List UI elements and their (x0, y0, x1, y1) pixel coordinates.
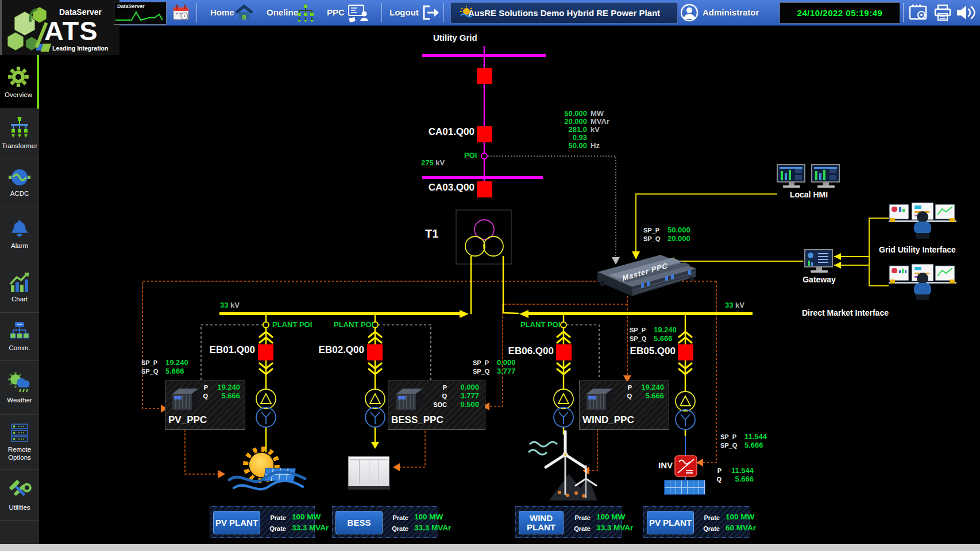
bess-sp-p: 0.000 (497, 359, 516, 367)
chart-icon (8, 271, 31, 293)
dataserver-trend-widget[interactable]: DataServer (114, 2, 167, 25)
gear-icon (6, 65, 30, 89)
user-name: Administrator (703, 7, 759, 17)
print-icon[interactable] (933, 4, 952, 21)
poi-node[interactable] (481, 153, 487, 159)
inv-measurements: P11.544 Q5.666 (704, 467, 754, 484)
pv-ppc-panel[interactable]: P19.240 Q5.666 PV_PPC (165, 381, 245, 430)
screenshot-icon[interactable] (909, 4, 928, 21)
breaker-eb01[interactable] (258, 344, 273, 360)
hv-voltage-label: 275 kV (421, 158, 445, 167)
eb05-label: EB05.Q00 (624, 346, 676, 357)
circuit-breakers[interactable] (258, 68, 693, 360)
plant-button-label: PV PLANT (649, 518, 692, 527)
logout-label[interactable]: Logout (389, 7, 419, 17)
bess-button[interactable]: BESS (335, 511, 383, 534)
qrate-label: Qrate (697, 523, 720, 534)
sun-logo-icon (459, 6, 474, 19)
inv-label: INV (658, 460, 673, 470)
volume-icon[interactable] (956, 4, 977, 21)
breaker-grid[interactable] (477, 68, 492, 84)
breaker-eb06[interactable] (556, 344, 572, 360)
sidebar-label: Comm. (9, 344, 30, 352)
sp-q-label: SP_Q (473, 367, 492, 375)
mv-voltage-right: 33 kV (725, 301, 744, 309)
qrate-value: 33.3 MVAr (414, 523, 451, 534)
nav-home[interactable]: Home (210, 7, 234, 17)
server-racks-icon (8, 423, 31, 444)
prate-label: Prate (697, 512, 720, 523)
prate-label: Prate (385, 512, 408, 523)
sp-p-label: SP_P (643, 226, 663, 234)
grid-f-unit: Hz (591, 142, 616, 149)
sidebar-label: Transformer (2, 142, 37, 150)
sidebar-item-overview[interactable]: Overview (0, 55, 39, 109)
wind-ppc-panel[interactable]: P19.240 Q5.666 WIND_PPC (579, 381, 669, 430)
grid-v-unit: kV (591, 126, 616, 133)
pv-ppc-name: PV_PPC (168, 414, 207, 426)
sidebar-item-chart[interactable]: Chart (0, 262, 39, 313)
sidebar-item-weather[interactable]: Weather (0, 361, 39, 415)
q-label: Q (430, 392, 447, 400)
sidebar-label: Remote Options (5, 446, 34, 461)
ca01-label: CA01.Q00 (426, 126, 474, 138)
nav-oneline[interactable]: Oneline (267, 7, 298, 17)
plant-title-bar: AusRE Solutions Demo Hybrid RE Power Pla… (450, 2, 678, 24)
prate-label: Prate (263, 512, 286, 523)
grid-v: 281.0 (545, 126, 587, 133)
app-logo[interactable]: DataServer ATS Leading Integration (0, 0, 119, 55)
qrate-value: 33.3 MVAr (292, 523, 329, 534)
mv-bus-right (528, 312, 753, 315)
sp-p-label: SP_P (720, 433, 740, 441)
calendar-icon[interactable] (172, 4, 191, 21)
q-label: Q (191, 392, 208, 400)
weather-icon (7, 371, 32, 394)
datetime-text: 24/10/2022 05:19:49 (797, 8, 883, 18)
nav-ppc[interactable]: PPC (327, 7, 345, 17)
bess-icon (348, 456, 389, 488)
controller-icon (583, 386, 616, 413)
oneline-icon[interactable] (295, 4, 316, 22)
bess-ppc-panel[interactable]: P0.000 Q3.777 SOC0.500 BESS_PPC (388, 381, 485, 430)
inv-q-value: 5.666 (722, 475, 754, 483)
plant-poi-label-1: PLANT POI (272, 320, 312, 329)
q-label: Q (704, 475, 722, 483)
breaker-eb02[interactable] (367, 344, 383, 360)
breaker-ca03[interactable] (477, 181, 492, 197)
sp-p-label: SP_P (473, 359, 492, 367)
t1-transformer-symbol[interactable] (456, 210, 511, 264)
sidebar-item-remote-options[interactable]: Remote Options (0, 415, 39, 470)
sidebar-label: Alarm (11, 242, 28, 250)
qrate-value: 60 MVAr (726, 523, 756, 534)
eb01-label: EB01.Q00 (205, 344, 255, 356)
sidebar-item-acdc[interactable]: ACDC (0, 158, 39, 207)
pv-plant-button[interactable]: PV PLANT (213, 511, 260, 534)
pv-setpoints: SP_P19.240 SP_Q5.666 (141, 359, 188, 376)
inv-sp-q: 5.666 (744, 441, 763, 449)
breaker-eb05[interactable] (678, 344, 693, 360)
t1-label: T1 (425, 227, 438, 240)
ppc-icon[interactable] (347, 4, 369, 22)
wind-plant-icon (527, 426, 599, 500)
master-sp-p: 50.000 (668, 226, 690, 234)
grid-utility-workstation-icon (889, 202, 956, 241)
scada-overview-screen: Home Oneline PPC Logout (0, 0, 980, 551)
breaker-ca01[interactable] (477, 126, 492, 142)
inv-setpoints: SP_P11.544 SP_Q5.666 (720, 433, 767, 450)
sidebar-item-comm[interactable]: Comm. (0, 313, 39, 361)
master-setpoints: SP_P50.000 SP_Q20.000 (643, 226, 690, 243)
tools-icon (7, 479, 32, 502)
sidebar-item-utilities[interactable]: Utilities (0, 470, 39, 521)
logout-icon[interactable] (422, 4, 440, 21)
sidebar-item-transformer[interactable]: Transformer (0, 109, 39, 158)
pv2-plant-button[interactable]: PV PLANT (647, 511, 694, 534)
inverter-icon[interactable] (674, 455, 697, 477)
p-label: P (191, 383, 208, 391)
wind-plant-button[interactable]: WIND PLANT (519, 511, 564, 534)
user-avatar-icon[interactable] (680, 3, 699, 22)
inv-p-value: 11.544 (722, 467, 754, 475)
master-ppc-server-icon[interactable] (592, 250, 704, 303)
pv-sp-q: 5.666 (165, 367, 184, 375)
home-icon[interactable] (234, 4, 254, 21)
sidebar-item-alarm[interactable]: Alarm (0, 207, 39, 262)
